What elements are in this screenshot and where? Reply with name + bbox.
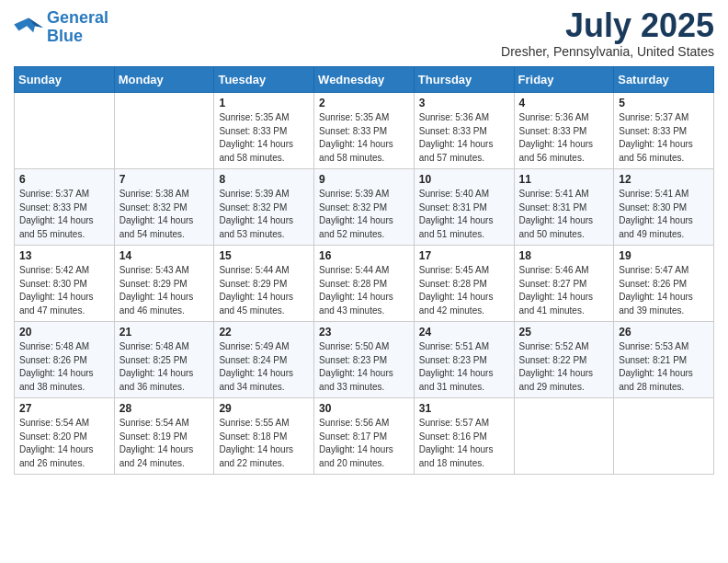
day-number: 12 xyxy=(619,173,709,186)
day-number: 7 xyxy=(119,173,210,186)
day-info: Sunrise: 5:36 AMSunset: 8:33 PMDaylight:… xyxy=(519,111,609,165)
calendar-week-2: 6Sunrise: 5:37 AMSunset: 8:33 PMDaylight… xyxy=(15,169,714,246)
weekday-header-friday: Friday xyxy=(514,67,614,93)
day-info: Sunrise: 5:48 AMSunset: 8:25 PMDaylight:… xyxy=(119,340,210,394)
day-number: 28 xyxy=(119,402,210,415)
day-info: Sunrise: 5:41 AMSunset: 8:30 PMDaylight:… xyxy=(619,188,709,241)
weekday-header-thursday: Thursday xyxy=(414,67,514,93)
logo-line2: Blue xyxy=(47,27,83,45)
calendar-cell: 1Sunrise: 5:35 AMSunset: 8:33 PMDaylight… xyxy=(214,93,314,169)
weekday-header-sunday: Sunday xyxy=(15,67,115,93)
location-title: Dresher, Pennsylvania, United States xyxy=(501,44,714,59)
day-info: Sunrise: 5:48 AMSunset: 8:26 PMDaylight:… xyxy=(19,340,109,394)
day-info: Sunrise: 5:38 AMSunset: 8:32 PMDaylight:… xyxy=(119,188,210,241)
calendar-cell: 6Sunrise: 5:37 AMSunset: 8:33 PMDaylight… xyxy=(15,169,115,246)
calendar-header: SundayMondayTuesdayWednesdayThursdayFrid… xyxy=(15,67,714,93)
calendar-cell: 18Sunrise: 5:46 AMSunset: 8:27 PMDayligh… xyxy=(514,246,614,322)
calendar-cell: 20Sunrise: 5:48 AMSunset: 8:26 PMDayligh… xyxy=(15,322,115,398)
calendar-cell: 28Sunrise: 5:54 AMSunset: 8:19 PMDayligh… xyxy=(114,398,214,475)
day-info: Sunrise: 5:47 AMSunset: 8:26 PMDaylight:… xyxy=(619,264,709,317)
day-number: 14 xyxy=(119,249,210,262)
day-info: Sunrise: 5:36 AMSunset: 8:33 PMDaylight:… xyxy=(419,111,509,165)
day-info: Sunrise: 5:44 AMSunset: 8:28 PMDaylight:… xyxy=(319,264,409,317)
day-info: Sunrise: 5:56 AMSunset: 8:17 PMDaylight:… xyxy=(319,417,409,470)
day-number: 29 xyxy=(219,402,309,415)
weekday-header-monday: Monday xyxy=(114,67,214,93)
calendar-cell: 25Sunrise: 5:52 AMSunset: 8:22 PMDayligh… xyxy=(514,322,614,398)
day-number: 16 xyxy=(319,249,409,262)
day-number: 27 xyxy=(19,402,109,415)
day-number: 25 xyxy=(519,326,609,339)
calendar-cell xyxy=(514,398,614,475)
day-number: 23 xyxy=(319,326,409,339)
day-info: Sunrise: 5:46 AMSunset: 8:27 PMDaylight:… xyxy=(519,264,609,317)
day-number: 4 xyxy=(519,97,609,109)
day-info: Sunrise: 5:53 AMSunset: 8:21 PMDaylight:… xyxy=(619,340,709,394)
calendar-cell: 3Sunrise: 5:36 AMSunset: 8:33 PMDaylight… xyxy=(414,93,514,169)
calendar-cell: 21Sunrise: 5:48 AMSunset: 8:25 PMDayligh… xyxy=(114,322,214,398)
calendar-week-5: 27Sunrise: 5:54 AMSunset: 8:20 PMDayligh… xyxy=(15,398,714,475)
day-info: Sunrise: 5:41 AMSunset: 8:31 PMDaylight:… xyxy=(519,188,609,241)
day-number: 1 xyxy=(219,97,309,109)
calendar-cell: 14Sunrise: 5:43 AMSunset: 8:29 PMDayligh… xyxy=(114,246,214,322)
day-info: Sunrise: 5:50 AMSunset: 8:23 PMDaylight:… xyxy=(319,340,409,394)
day-number: 10 xyxy=(419,173,509,186)
day-number: 13 xyxy=(19,249,109,262)
calendar-cell: 10Sunrise: 5:40 AMSunset: 8:31 PMDayligh… xyxy=(414,169,514,246)
day-info: Sunrise: 5:40 AMSunset: 8:31 PMDaylight:… xyxy=(419,188,509,241)
day-info: Sunrise: 5:52 AMSunset: 8:22 PMDaylight:… xyxy=(519,340,609,394)
day-info: Sunrise: 5:54 AMSunset: 8:19 PMDaylight:… xyxy=(119,417,210,470)
calendar-cell: 5Sunrise: 5:37 AMSunset: 8:33 PMDaylight… xyxy=(614,93,714,169)
day-number: 5 xyxy=(619,97,709,109)
day-number: 31 xyxy=(419,402,509,415)
day-info: Sunrise: 5:42 AMSunset: 8:30 PMDaylight:… xyxy=(19,264,109,317)
day-number: 2 xyxy=(319,97,409,109)
day-number: 9 xyxy=(319,173,409,186)
calendar-week-3: 13Sunrise: 5:42 AMSunset: 8:30 PMDayligh… xyxy=(15,246,714,322)
logo-bird-icon xyxy=(14,15,43,40)
weekday-header-wednesday: Wednesday xyxy=(314,67,415,93)
calendar-cell: 19Sunrise: 5:47 AMSunset: 8:26 PMDayligh… xyxy=(614,246,714,322)
day-info: Sunrise: 5:49 AMSunset: 8:24 PMDaylight:… xyxy=(219,340,309,394)
day-info: Sunrise: 5:37 AMSunset: 8:33 PMDaylight:… xyxy=(619,111,709,165)
day-info: Sunrise: 5:39 AMSunset: 8:32 PMDaylight:… xyxy=(219,188,309,241)
calendar-cell: 17Sunrise: 5:45 AMSunset: 8:28 PMDayligh… xyxy=(414,246,514,322)
calendar-cell: 9Sunrise: 5:39 AMSunset: 8:32 PMDaylight… xyxy=(314,169,415,246)
day-info: Sunrise: 5:35 AMSunset: 8:33 PMDaylight:… xyxy=(319,111,409,165)
calendar-cell: 15Sunrise: 5:44 AMSunset: 8:29 PMDayligh… xyxy=(214,246,314,322)
day-number: 30 xyxy=(319,402,409,415)
calendar-cell: 7Sunrise: 5:38 AMSunset: 8:32 PMDaylight… xyxy=(114,169,214,246)
day-info: Sunrise: 5:45 AMSunset: 8:28 PMDaylight:… xyxy=(419,264,509,317)
day-number: 20 xyxy=(19,326,109,339)
day-number: 21 xyxy=(119,326,210,339)
calendar-cell xyxy=(114,93,214,169)
header: General Blue July 2025 Dresher, Pennsylv… xyxy=(14,9,714,59)
calendar-week-1: 1Sunrise: 5:35 AMSunset: 8:33 PMDaylight… xyxy=(15,93,714,169)
calendar-week-4: 20Sunrise: 5:48 AMSunset: 8:26 PMDayligh… xyxy=(15,322,714,398)
day-number: 26 xyxy=(619,326,709,339)
day-info: Sunrise: 5:44 AMSunset: 8:29 PMDaylight:… xyxy=(219,264,309,317)
day-number: 19 xyxy=(619,249,709,262)
day-info: Sunrise: 5:35 AMSunset: 8:33 PMDaylight:… xyxy=(219,111,309,165)
day-info: Sunrise: 5:43 AMSunset: 8:29 PMDaylight:… xyxy=(119,264,210,317)
calendar-cell: 8Sunrise: 5:39 AMSunset: 8:32 PMDaylight… xyxy=(214,169,314,246)
logo-text: General Blue xyxy=(47,9,108,46)
logo-line1: General xyxy=(47,8,108,27)
calendar-cell: 4Sunrise: 5:36 AMSunset: 8:33 PMDaylight… xyxy=(514,93,614,169)
calendar-cell: 22Sunrise: 5:49 AMSunset: 8:24 PMDayligh… xyxy=(214,322,314,398)
day-number: 22 xyxy=(219,326,309,339)
day-info: Sunrise: 5:54 AMSunset: 8:20 PMDaylight:… xyxy=(19,417,109,470)
calendar-cell: 13Sunrise: 5:42 AMSunset: 8:30 PMDayligh… xyxy=(15,246,115,322)
calendar-cell: 29Sunrise: 5:55 AMSunset: 8:18 PMDayligh… xyxy=(214,398,314,475)
calendar-cell: 11Sunrise: 5:41 AMSunset: 8:31 PMDayligh… xyxy=(514,169,614,246)
calendar-cell xyxy=(614,398,714,475)
calendar-cell: 16Sunrise: 5:44 AMSunset: 8:28 PMDayligh… xyxy=(314,246,415,322)
day-info: Sunrise: 5:37 AMSunset: 8:33 PMDaylight:… xyxy=(19,188,109,241)
day-number: 15 xyxy=(219,249,309,262)
calendar-cell: 2Sunrise: 5:35 AMSunset: 8:33 PMDaylight… xyxy=(314,93,415,169)
calendar-body: 1Sunrise: 5:35 AMSunset: 8:33 PMDaylight… xyxy=(15,93,714,475)
day-number: 17 xyxy=(419,249,509,262)
calendar-cell: 24Sunrise: 5:51 AMSunset: 8:23 PMDayligh… xyxy=(414,322,514,398)
calendar-cell: 30Sunrise: 5:56 AMSunset: 8:17 PMDayligh… xyxy=(314,398,415,475)
weekday-header-row: SundayMondayTuesdayWednesdayThursdayFrid… xyxy=(15,67,714,93)
